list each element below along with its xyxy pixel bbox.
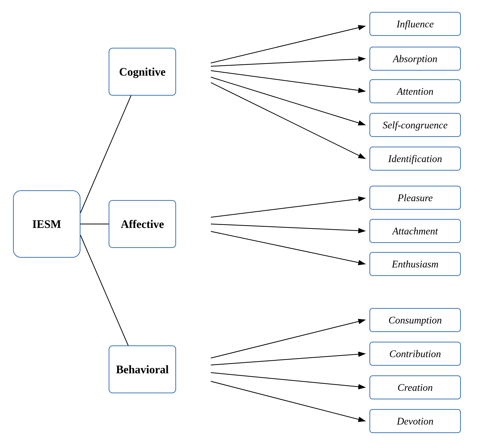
- svg-line-10: [211, 224, 365, 231]
- leaf-label-identification: Identification: [388, 153, 442, 164]
- svg-line-9: [211, 198, 365, 217]
- svg-line-7: [211, 77, 365, 125]
- leaf-attachment: Attachment: [369, 219, 461, 243]
- root-node: IESM: [13, 190, 80, 258]
- leaf-devotion: Devotion: [369, 409, 461, 433]
- leaf-contribution: Contribution: [369, 342, 461, 366]
- mid-node-affective: Affective: [109, 200, 176, 248]
- leaf-label-devotion: Devotion: [397, 415, 434, 427]
- leaf-identification: Identification: [369, 147, 461, 170]
- leaf-label-enthusiasm: Enthusiasm: [392, 258, 439, 270]
- leaf-label-pleasure: Pleasure: [397, 192, 433, 204]
- svg-line-11: [211, 231, 365, 264]
- leaf-consumption: Consumption: [369, 308, 461, 332]
- leaf-label-consumption: Consumption: [388, 314, 442, 326]
- leaf-attention: Attention: [369, 79, 461, 103]
- leaf-label-attachment: Attachment: [392, 225, 438, 237]
- svg-line-12: [211, 320, 365, 358]
- leaf-pleasure: Pleasure: [369, 186, 461, 210]
- mid-label-behavioral: Behavioral: [116, 363, 169, 376]
- leaf-label-influence: Influence: [397, 18, 434, 30]
- mid-label-cognitive: Cognitive: [119, 65, 166, 78]
- leaf-label-contribution: Contribution: [389, 348, 441, 360]
- leaf-label-absorption: Absorption: [393, 53, 437, 65]
- mid-label-affective: Affective: [121, 218, 164, 231]
- leaf-label-attention: Attention: [397, 86, 434, 97]
- leaf-absorption: Absorption: [369, 47, 461, 71]
- mid-node-behavioral: Behavioral: [109, 345, 176, 393]
- leaf-label-creation: Creation: [397, 382, 433, 393]
- leaf-label-self-congruence: Self-congruence: [383, 119, 448, 131]
- leaf-creation: Creation: [369, 375, 461, 399]
- svg-line-6: [211, 71, 365, 91]
- leaf-self-congruence: Self-congruence: [369, 113, 461, 137]
- svg-line-1: [80, 87, 135, 213]
- root-label: IESM: [32, 218, 61, 231]
- mid-node-cognitive: Cognitive: [109, 48, 176, 96]
- svg-line-4: [211, 26, 365, 63]
- svg-line-14: [211, 373, 365, 387]
- svg-line-3: [80, 235, 135, 361]
- svg-line-5: [211, 59, 365, 66]
- diagram-container: IESM Cognitive Affective Behavioral Infl…: [0, 0, 491, 448]
- svg-line-13: [211, 354, 365, 365]
- svg-line-15: [211, 381, 365, 421]
- leaf-enthusiasm: Enthusiasm: [369, 252, 461, 276]
- leaf-influence: Influence: [369, 12, 461, 36]
- svg-line-8: [211, 83, 365, 159]
